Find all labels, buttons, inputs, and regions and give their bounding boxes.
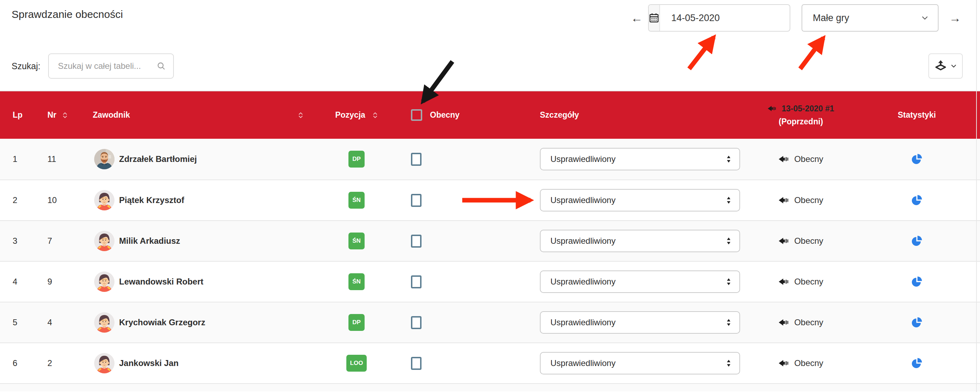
search-icon [156,61,166,71]
previous-status-cell: Obecny [748,343,854,383]
player-avatar [94,312,115,333]
table-row: 4 9 [0,261,980,302]
calendar-icon[interactable] [649,5,660,31]
player-name: Krychowiak Grzegorz [119,317,205,327]
player-cell: Jankowski Jan [84,343,316,383]
table-row: 1 11 [0,139,980,180]
previous-status-cell: Obecny [748,262,854,302]
player-cell: Krychowiak Grzegorz [84,303,316,343]
row-index-cell: 3 [0,221,37,261]
details-select[interactable]: Usprawiedliwiony [540,148,740,171]
column-header-stats: Statystyki [854,91,980,139]
table-row: 3 7 [0,220,980,261]
position-badge: ŚN [348,192,364,209]
select-updown-icon [726,319,731,326]
present-checkbox[interactable] [411,153,422,166]
player-avatar [94,271,115,292]
player-name: Milik Arkadiusz [119,236,180,246]
annotation-arrow-date [689,37,714,69]
date-input[interactable] [660,5,790,31]
row-index-cell: 4 [0,262,37,302]
column-header-position[interactable]: Pozycja [316,91,397,139]
previous-sub-label: (Poprzedni) [779,117,823,126]
column-header-present: Obecny [397,91,502,139]
prev-date-arrow[interactable]: ← [631,12,643,24]
present-checkbox[interactable] [411,235,422,248]
attendance-table: Lp Nr Zawodnik Pozycja Obecny [0,91,980,391]
stats-cell [854,221,980,261]
stats-pie-icon[interactable] [911,358,923,369]
column-header-previous: 13-05-2020 #1 (Poprzedni) [748,91,854,139]
player-name: Piątek Krzysztof [119,195,184,205]
previous-status: Obecny [794,358,823,368]
previous-status-icon [778,155,790,164]
details-cell: Usprawiedliwiony [502,221,748,261]
player-name: Zdrzałek Bartłomiej [119,154,197,164]
table-body: 1 11 [0,139,980,383]
previous-date-link[interactable]: 13-05-2020 #1 [781,104,834,113]
player-number-cell: 4 [37,303,84,343]
select-updown-icon [726,278,731,285]
select-updown-icon [726,359,731,367]
page-edge-line [976,0,977,392]
select-all-checkbox[interactable] [411,109,422,121]
sort-icon[interactable] [298,111,304,120]
details-select[interactable]: Usprawiedliwiony [540,352,740,374]
player-cell: Zdrzałek Bartłomiej [84,139,316,180]
chevron-down-icon [921,14,929,22]
details-select[interactable]: Usprawiedliwiony [540,271,740,293]
stats-pie-icon[interactable] [911,153,923,165]
position-cell: LOO [316,343,397,383]
search-field[interactable] [48,53,174,79]
date-picker[interactable] [648,4,790,32]
table-header-row: Lp Nr Zawodnik Pozycja Obecny [0,91,980,139]
stats-cell [854,139,980,180]
column-header-nr[interactable]: Nr [37,91,84,139]
position-badge: ŚN [348,273,364,290]
search-input[interactable] [58,61,156,71]
position-cell: ŚN [316,221,397,261]
row-index-cell: 1 [0,139,37,180]
sort-icon[interactable] [372,111,378,120]
details-select-value: Usprawiedliwiony [550,358,616,368]
previous-status: Obecny [794,236,823,246]
column-header-player[interactable]: Zawodnik [84,91,316,139]
next-date-arrow[interactable]: → [949,12,961,24]
select-updown-icon [726,196,731,204]
previous-status-icon [767,105,777,112]
present-cell [397,262,502,302]
player-number-cell: 10 [37,180,84,220]
player-number-cell: 11 [37,139,84,180]
stats-pie-icon[interactable] [911,235,923,247]
position-cell: ŚN [316,262,397,302]
table-row: 6 2 [0,343,980,383]
sort-icon[interactable] [62,111,68,120]
present-checkbox[interactable] [411,357,422,370]
export-icon [934,60,947,72]
stats-cell [854,343,980,383]
previous-status: Obecny [794,277,823,287]
details-select-value: Usprawiedliwiony [550,236,616,246]
page-title: Sprawdzanie obecności [11,8,123,21]
event-type-select[interactable]: Małe gry [802,4,939,32]
select-updown-icon [726,237,731,245]
stats-pie-icon[interactable] [911,276,923,287]
present-cell [397,139,502,180]
stats-pie-icon[interactable] [911,194,923,206]
stats-cell [854,262,980,302]
player-avatar [94,353,115,373]
present-cell [397,180,502,220]
details-select[interactable]: Usprawiedliwiony [540,311,740,334]
details-cell: Usprawiedliwiony [502,180,748,220]
search-label: Szukaj: [11,61,40,71]
present-cell [397,303,502,343]
stats-pie-icon[interactable] [911,317,923,328]
details-select[interactable]: Usprawiedliwiony [540,230,740,252]
present-checkbox[interactable] [411,276,422,288]
position-badge: ŚN [348,233,364,249]
export-button[interactable] [928,53,963,79]
present-checkbox[interactable] [411,316,422,329]
present-checkbox[interactable] [411,194,422,207]
player-number-cell: 7 [37,221,84,261]
details-select[interactable]: Usprawiedliwiony [540,189,740,212]
